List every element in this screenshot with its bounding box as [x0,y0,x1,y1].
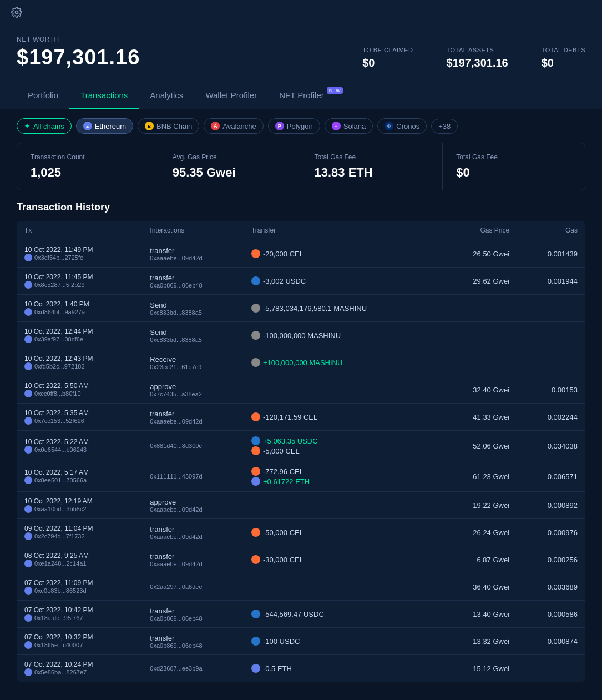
tab-nft-profiler[interactable]: NFT Profiler NEW [268,83,344,109]
chain-bnb[interactable]: B BNB Chain [138,118,199,134]
chain-dot [24,560,32,567]
gas-price-cell [439,295,517,322]
chain-more-label: +38 [438,122,451,130]
net-worth-stats: TO BE CLAIMED $0 TOTAL ASSETS $197,301.1… [362,47,585,69]
interaction-type: Send [150,301,236,309]
interaction-addr[interactable]: 0xaaaebe...09d42d [150,533,236,540]
interaction-type: transfer [150,552,236,561]
tx-hash[interactable]: 0x7cc153...52f626 [24,417,134,425]
chain-all[interactable]: ✦ All chains [17,118,72,134]
table-row[interactable]: 07 Oct 2022, 10:24 PM 0x5e86ba...8267e7 … [17,655,585,682]
tx-date: 07 Oct 2022, 11:09 PM [24,579,134,587]
interactions-cell: transfer 0xaaaebe...09d42d [142,404,244,431]
transfer-cell: -5,783,034,176,580.1 MASHINU [244,295,439,322]
tx-history-title: Transaction History [17,202,585,213]
interactions-cell: 0xd23687...ee3b9a [142,655,244,682]
chain-cronos[interactable]: © Cronos [377,118,427,134]
gas-price-cell: 15.12 Gwei [439,655,517,682]
tx-hash[interactable]: 0xfd5b2c...972182 [24,362,134,370]
interaction-type: transfer [150,607,236,615]
table-row[interactable]: 08 Oct 2022, 9:25 AM 0xe1a248...2c14a1 t… [17,546,585,573]
tx-date: 10 Oct 2022, 12:44 PM [24,328,134,335]
chain-ethereum[interactable]: Ξ Ethereum [76,118,133,134]
tx-hash[interactable]: 0x5e86ba...8267e7 [24,668,134,676]
table-row[interactable]: 10 Oct 2022, 5:17 AM 0x8ee501...70566a 0… [17,461,585,492]
transfer-item: -544,569.47 USDC [251,610,432,618]
interactions-cell: 0x881d40...8d300c [142,431,244,461]
tx-hash[interactable]: 0xd864bf...9a927a [24,308,134,316]
interaction-addr[interactable]: 0xa0b869...06eb48 [150,282,236,289]
interaction-addr[interactable]: 0xaaaebe...09d42d [150,418,236,425]
chain-avalanche[interactable]: A Avalanche [204,118,263,134]
tab-portfolio[interactable]: Portfolio [17,83,69,109]
interaction-type: approve [150,382,236,391]
interaction-addr[interactable]: 0xa0b869...06eb48 [150,615,236,622]
interaction-addr[interactable]: 0xaaaebe...09d42d [150,561,236,567]
table-row[interactable]: 07 Oct 2022, 10:32 PM 0x18ff5e...c40007 … [17,628,585,655]
interaction-addr[interactable]: 0x2aa297...0a6dee [150,583,236,590]
token-icon [251,331,260,340]
tx-hash[interactable]: 0xe1a248...2c14a1 [24,560,134,567]
tx-hash[interactable]: 0x8ee501...70566a [24,476,134,484]
tx-hash[interactable]: 0xcc0ff8...b80f10 [24,390,134,397]
interaction-addr[interactable]: 0x111111...43097d [150,473,236,480]
table-row[interactable]: 10 Oct 2022, 5:22 AM 0x0e6544...b06243 0… [17,431,585,461]
gas-amount-cell [517,322,585,349]
gas-amount-cell: 0.000256 [517,546,585,573]
gas-amount-cell: 0.003689 [517,573,585,601]
table-row[interactable]: 10 Oct 2022, 12:19 AM 0xaa10bd...3bb5c2 … [17,492,585,519]
table-row[interactable]: 10 Oct 2022, 12:44 PM 0x39af97...08df6e … [17,322,585,349]
tab-wallet-profiler[interactable]: Wallet Profiler [194,83,268,109]
table-row[interactable]: 10 Oct 2022, 1:40 PM 0xd864bf...9a927a S… [17,295,585,322]
transfer-item: -50,000 CEL [251,528,432,537]
interaction-addr[interactable]: 0x881d40...8d300c [150,442,236,449]
interaction-addr[interactable]: 0xa0b869...06eb48 [150,642,236,649]
table-row[interactable]: 09 Oct 2022, 11:04 PM 0x2c794d...7f1732 … [17,519,585,546]
tx-hash[interactable]: 0x3df54b...2725fe [24,254,134,261]
chain-solana[interactable]: ≡ Solana [325,118,373,134]
tx-hash[interactable]: 0xaa10bd...3bb5c2 [24,505,134,513]
transfer-cell: +100,000,000 MASHINU [244,349,439,376]
gas-amount-cell: 0.034038 [517,431,585,461]
tx-hash[interactable]: 0x39af97...08df6e [24,335,134,343]
chain-polygon[interactable]: P Polygon [268,118,320,134]
header-bar [0,0,602,24]
tx-hash[interactable]: 0x2c794d...7f1732 [24,532,134,540]
interaction-addr[interactable]: 0x7c7435...a38ea2 [150,391,236,397]
col-transfer: Transfer [244,221,439,240]
interaction-addr[interactable]: 0x23ce21...61e7c9 [150,364,236,370]
tx-hash[interactable]: 0x8c5287...5f2b29 [24,281,134,289]
tab-analytics[interactable]: Analytics [139,83,194,109]
table-row[interactable]: 07 Oct 2022, 10:42 PM 0x18afdc...95f767 … [17,601,585,628]
tab-transactions[interactable]: Transactions [69,83,139,109]
table-row[interactable]: 10 Oct 2022, 11:49 PM 0x3df54b...2725fe … [17,240,585,268]
tx-hash[interactable]: 0x18ff5e...c40007 [24,641,134,649]
interaction-addr[interactable]: 0xd23687...ee3b9a [150,665,236,672]
transfer-item: -5,783,034,176,580.1 MASHINU [251,304,432,313]
table-row[interactable]: 07 Oct 2022, 11:09 PM 0xc0e83b...86523d … [17,573,585,601]
tx-cell: 10 Oct 2022, 12:43 PM 0xfd5b2c...972182 [17,349,142,376]
interaction-addr[interactable]: 0xc833bd...8388a5 [150,336,236,343]
gas-amount-cell: 0.00153 [517,376,585,404]
gas-price-cell: 36.40 Gwei [439,573,517,601]
interaction-addr[interactable]: 0xc833bd...8388a5 [150,309,236,316]
gear-icon[interactable] [11,7,22,18]
table-row[interactable]: 10 Oct 2022, 12:43 PM 0xfd5b2c...972182 … [17,349,585,376]
interactions-cell: approve 0xaaaebe...09d42d [142,492,244,519]
tx-hash[interactable]: 0x0e6544...b06243 [24,446,134,454]
token-icon [251,664,260,673]
table-row[interactable]: 10 Oct 2022, 11:45 PM 0x8c5287...5f2b29 … [17,268,585,295]
interaction-addr[interactable]: 0xaaaebe...09d42d [150,255,236,261]
tx-hash[interactable]: 0x18afdc...95f767 [24,614,134,622]
interaction-addr[interactable]: 0xaaaebe...09d42d [150,506,236,513]
tx-cell: 07 Oct 2022, 11:09 PM 0xc0e83b...86523d [17,573,142,601]
chain-dot [24,390,32,397]
tx-date: 10 Oct 2022, 5:35 AM [24,409,134,417]
tx-hash[interactable]: 0xc0e83b...86523d [24,587,134,595]
chain-more[interactable]: +38 [431,119,458,134]
table-row[interactable]: 10 Oct 2022, 5:35 AM 0x7cc153...52f626 t… [17,404,585,431]
table-row[interactable]: 10 Oct 2022, 5:50 AM 0xcc0ff8...b80f10 a… [17,376,585,404]
net-worth-label: NET WORTH [17,36,140,43]
tx-cell: 10 Oct 2022, 5:22 AM 0x0e6544...b06243 [17,431,142,461]
transfer-cell [244,492,439,519]
